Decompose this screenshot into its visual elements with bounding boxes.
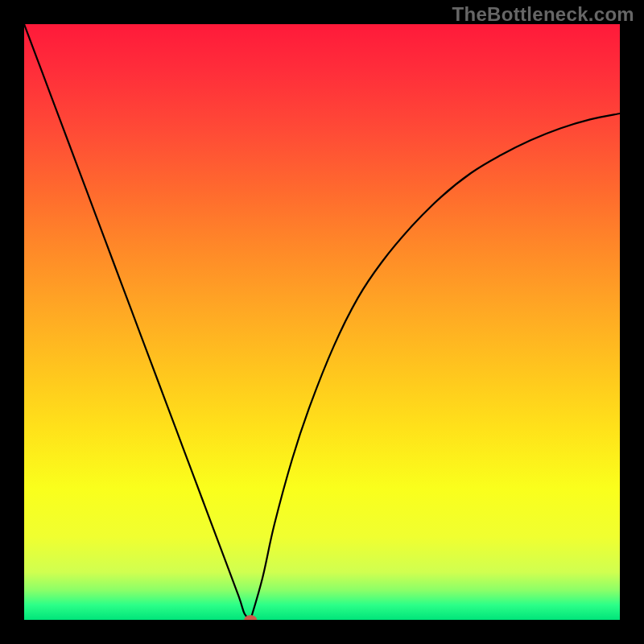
- plot-svg: [24, 24, 620, 620]
- watermark-text: TheBottleneck.com: [452, 3, 634, 26]
- bottleneck-curve: [24, 24, 620, 620]
- chart-frame: TheBottleneck.com: [0, 0, 644, 644]
- plot-area: [24, 24, 620, 620]
